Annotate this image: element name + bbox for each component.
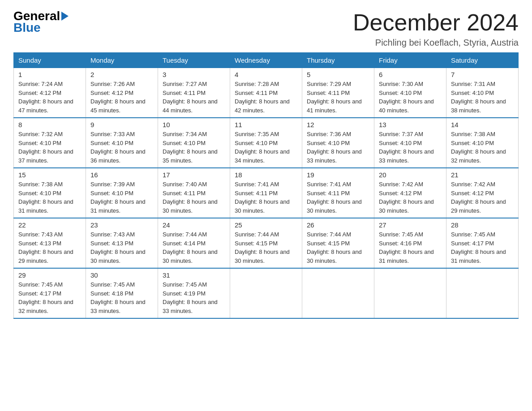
day-number: 12 [307, 121, 369, 128]
day-number: 27 [379, 221, 442, 229]
day-info: Sunrise: 7:39 AM Sunset: 4:10 PM Dayligh… [90, 180, 153, 215]
day-info: Sunrise: 7:45 AM Sunset: 4:18 PM Dayligh… [90, 280, 153, 315]
day-info: Sunrise: 7:33 AM Sunset: 4:10 PM Dayligh… [90, 130, 153, 165]
day-info: Sunrise: 7:45 AM Sunset: 4:19 PM Dayligh… [163, 280, 225, 315]
day-number: 26 [307, 221, 369, 229]
calendar-cell: 23 Sunrise: 7:43 AM Sunset: 4:13 PM Dayl… [86, 218, 158, 268]
calendar-week-row: 29 Sunrise: 7:45 AM Sunset: 4:17 PM Dayl… [14, 268, 519, 318]
calendar-header-row: SundayMondayTuesdayWednesdayThursdayFrid… [14, 53, 519, 68]
day-number: 25 [235, 221, 297, 229]
day-info: Sunrise: 7:28 AM Sunset: 4:11 PM Dayligh… [235, 80, 297, 115]
day-number: 2 [90, 71, 153, 78]
day-info: Sunrise: 7:27 AM Sunset: 4:11 PM Dayligh… [163, 80, 225, 115]
calendar-cell: 13 Sunrise: 7:37 AM Sunset: 4:10 PM Dayl… [374, 118, 446, 168]
logo-arrow-icon [61, 12, 69, 21]
day-info: Sunrise: 7:43 AM Sunset: 4:13 PM Dayligh… [90, 230, 153, 265]
day-number: 20 [379, 171, 442, 179]
day-info: Sunrise: 7:41 AM Sunset: 4:11 PM Dayligh… [307, 180, 369, 215]
calendar-cell: 17 Sunrise: 7:40 AM Sunset: 4:11 PM Dayl… [158, 168, 230, 218]
day-number: 22 [18, 221, 81, 229]
day-number: 5 [307, 71, 369, 78]
calendar-cell: 21 Sunrise: 7:42 AM Sunset: 4:12 PM Dayl… [446, 168, 519, 218]
day-number: 18 [235, 171, 297, 179]
day-number: 15 [18, 171, 81, 179]
day-number: 14 [451, 121, 514, 128]
calendar-cell: 30 Sunrise: 7:45 AM Sunset: 4:18 PM Dayl… [86, 268, 158, 318]
day-number: 10 [163, 121, 225, 128]
day-info: Sunrise: 7:31 AM Sunset: 4:10 PM Dayligh… [451, 80, 514, 115]
calendar-cell: 22 Sunrise: 7:43 AM Sunset: 4:13 PM Dayl… [14, 218, 86, 268]
calendar-cell: 11 Sunrise: 7:35 AM Sunset: 4:10 PM Dayl… [230, 118, 302, 168]
calendar-header-thursday: Thursday [302, 53, 374, 68]
day-info: Sunrise: 7:35 AM Sunset: 4:10 PM Dayligh… [235, 130, 297, 165]
day-info: Sunrise: 7:40 AM Sunset: 4:11 PM Dayligh… [163, 180, 225, 215]
calendar-header-sunday: Sunday [14, 53, 86, 68]
calendar-week-row: 1 Sunrise: 7:24 AM Sunset: 4:12 PM Dayli… [14, 68, 519, 118]
calendar-cell: 16 Sunrise: 7:39 AM Sunset: 4:10 PM Dayl… [86, 168, 158, 218]
calendar-cell: 4 Sunrise: 7:28 AM Sunset: 4:11 PM Dayli… [230, 68, 302, 118]
calendar-cell: 18 Sunrise: 7:41 AM Sunset: 4:11 PM Dayl… [230, 168, 302, 218]
calendar-cell [302, 268, 374, 318]
calendar-header-saturday: Saturday [446, 53, 519, 68]
day-info: Sunrise: 7:37 AM Sunset: 4:10 PM Dayligh… [379, 130, 442, 165]
calendar-cell: 9 Sunrise: 7:33 AM Sunset: 4:10 PM Dayli… [86, 118, 158, 168]
day-info: Sunrise: 7:36 AM Sunset: 4:10 PM Dayligh… [307, 130, 369, 165]
calendar-cell: 1 Sunrise: 7:24 AM Sunset: 4:12 PM Dayli… [14, 68, 86, 118]
calendar-cell: 14 Sunrise: 7:38 AM Sunset: 4:10 PM Dayl… [446, 118, 519, 168]
day-info: Sunrise: 7:42 AM Sunset: 4:12 PM Dayligh… [379, 180, 442, 215]
calendar-week-row: 8 Sunrise: 7:32 AM Sunset: 4:10 PM Dayli… [14, 118, 519, 168]
day-number: 16 [90, 171, 153, 179]
day-info: Sunrise: 7:45 AM Sunset: 4:17 PM Dayligh… [18, 280, 81, 315]
calendar-cell: 5 Sunrise: 7:29 AM Sunset: 4:11 PM Dayli… [302, 68, 374, 118]
location-title: Pichling bei Koeflach, Styria, Austria [353, 38, 519, 48]
day-number: 9 [90, 121, 153, 128]
calendar-cell [446, 268, 519, 318]
day-info: Sunrise: 7:42 AM Sunset: 4:12 PM Dayligh… [451, 180, 514, 215]
day-number: 8 [18, 121, 81, 128]
calendar-cell: 24 Sunrise: 7:44 AM Sunset: 4:14 PM Dayl… [158, 218, 230, 268]
day-info: Sunrise: 7:29 AM Sunset: 4:11 PM Dayligh… [307, 80, 369, 115]
calendar-cell [230, 268, 302, 318]
calendar-week-row: 22 Sunrise: 7:43 AM Sunset: 4:13 PM Dayl… [14, 218, 519, 268]
calendar-cell: 25 Sunrise: 7:44 AM Sunset: 4:15 PM Dayl… [230, 218, 302, 268]
day-info: Sunrise: 7:38 AM Sunset: 4:10 PM Dayligh… [18, 180, 81, 215]
calendar-cell: 15 Sunrise: 7:38 AM Sunset: 4:10 PM Dayl… [14, 168, 86, 218]
day-info: Sunrise: 7:30 AM Sunset: 4:10 PM Dayligh… [379, 80, 442, 115]
calendar-cell: 8 Sunrise: 7:32 AM Sunset: 4:10 PM Dayli… [14, 118, 86, 168]
logo-blue-text: Blue [13, 21, 41, 35]
calendar-cell: 2 Sunrise: 7:26 AM Sunset: 4:12 PM Dayli… [86, 68, 158, 118]
day-info: Sunrise: 7:41 AM Sunset: 4:11 PM Dayligh… [235, 180, 297, 215]
day-info: Sunrise: 7:45 AM Sunset: 4:16 PM Dayligh… [379, 230, 442, 265]
day-number: 1 [18, 71, 81, 78]
calendar-cell: 19 Sunrise: 7:41 AM Sunset: 4:11 PM Dayl… [302, 168, 374, 218]
day-number: 17 [163, 171, 225, 179]
day-info: Sunrise: 7:32 AM Sunset: 4:10 PM Dayligh… [18, 130, 81, 165]
day-number: 28 [451, 221, 514, 229]
day-number: 11 [235, 121, 297, 128]
month-title: December 2024 [353, 9, 519, 36]
day-number: 23 [90, 221, 153, 229]
calendar-cell: 27 Sunrise: 7:45 AM Sunset: 4:16 PM Dayl… [374, 218, 446, 268]
day-info: Sunrise: 7:45 AM Sunset: 4:17 PM Dayligh… [451, 230, 514, 265]
day-info: Sunrise: 7:44 AM Sunset: 4:15 PM Dayligh… [235, 230, 297, 265]
calendar-header-tuesday: Tuesday [158, 53, 230, 68]
day-info: Sunrise: 7:34 AM Sunset: 4:10 PM Dayligh… [163, 130, 225, 165]
day-number: 30 [90, 271, 153, 279]
calendar-cell: 3 Sunrise: 7:27 AM Sunset: 4:11 PM Dayli… [158, 68, 230, 118]
page-header: General Blue December 2024 Pichling bei … [13, 9, 519, 48]
day-info: Sunrise: 7:24 AM Sunset: 4:12 PM Dayligh… [18, 80, 81, 115]
calendar-cell: 20 Sunrise: 7:42 AM Sunset: 4:12 PM Dayl… [374, 168, 446, 218]
day-number: 31 [163, 271, 225, 279]
day-info: Sunrise: 7:44 AM Sunset: 4:15 PM Dayligh… [307, 230, 369, 265]
day-info: Sunrise: 7:43 AM Sunset: 4:13 PM Dayligh… [18, 230, 81, 265]
day-info: Sunrise: 7:44 AM Sunset: 4:14 PM Dayligh… [163, 230, 225, 265]
day-number: 7 [451, 71, 514, 78]
calendar-cell: 29 Sunrise: 7:45 AM Sunset: 4:17 PM Dayl… [14, 268, 86, 318]
calendar-week-row: 15 Sunrise: 7:38 AM Sunset: 4:10 PM Dayl… [14, 168, 519, 218]
calendar-table: SundayMondayTuesdayWednesdayThursdayFrid… [13, 52, 519, 319]
logo: General Blue [13, 9, 69, 35]
day-number: 6 [379, 71, 442, 78]
day-number: 29 [18, 271, 81, 279]
day-number: 13 [379, 121, 442, 128]
calendar-cell: 10 Sunrise: 7:34 AM Sunset: 4:10 PM Dayl… [158, 118, 230, 168]
